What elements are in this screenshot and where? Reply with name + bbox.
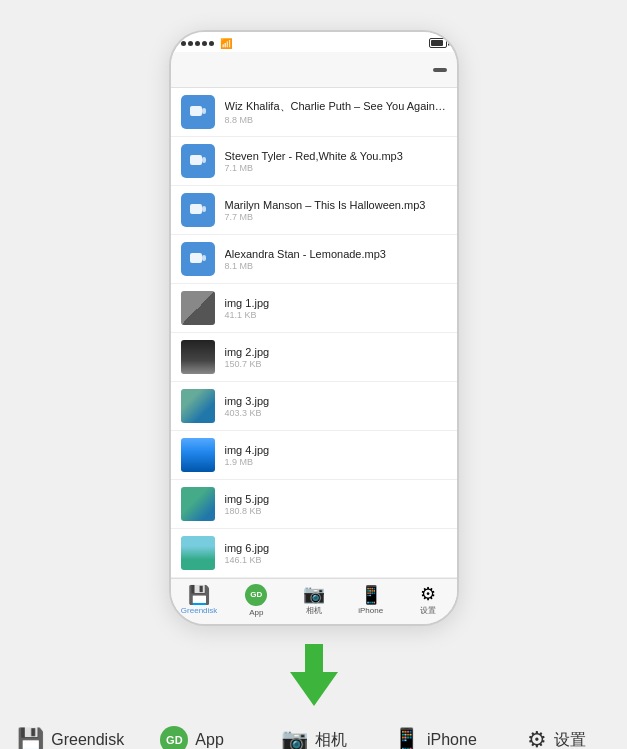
tab-icon: 📱 xyxy=(360,586,382,604)
list-item[interactable]: img 1.jpg 41.1 KB xyxy=(171,284,457,333)
bottom-nav-app[interactable]: GD App xyxy=(131,726,252,749)
file-info: img 1.jpg 41.1 KB xyxy=(225,297,447,320)
nav-bar xyxy=(171,52,457,88)
image-thumbnail xyxy=(181,438,215,472)
audio-icon xyxy=(181,193,215,227)
file-info: img 6.jpg 146.1 KB xyxy=(225,542,447,565)
audio-icon xyxy=(181,144,215,178)
battery-indicator xyxy=(427,38,447,48)
image-thumbnail xyxy=(181,340,215,374)
svg-rect-7 xyxy=(202,255,206,261)
bottom-nav-label: Greendisk xyxy=(51,731,124,749)
file-list: Wiz Khalifa、Charlie Puth – See You Again… xyxy=(171,88,457,578)
file-name: img 4.jpg xyxy=(225,444,447,456)
list-item[interactable]: Steven Tyler - Red,White & You.mp3 7.1 M… xyxy=(171,137,457,186)
tab-icon: 💾 xyxy=(188,586,210,604)
file-name: Marilyn Manson – This Is Halloween.mp3 xyxy=(225,199,447,211)
bottom-nav-camera[interactable]: 📷 相机 xyxy=(253,727,374,749)
file-size: 180.8 KB xyxy=(225,506,447,516)
tab-bar: 💾 Greendisk GD App 📷 相机 📱 iPhone ⚙ 设置 xyxy=(171,578,457,624)
bottom-nav-label: 相机 xyxy=(315,730,347,750)
list-item[interactable]: img 3.jpg 403.3 KB xyxy=(171,382,457,431)
file-name: img 2.jpg xyxy=(225,346,447,358)
list-item[interactable]: img 2.jpg 150.7 KB xyxy=(171,333,457,382)
tab-greendisk[interactable]: 💾 Greendisk xyxy=(171,586,228,615)
svg-rect-6 xyxy=(190,253,202,263)
image-thumbnail xyxy=(181,291,215,325)
bottom-nav-greendisk[interactable]: 💾 Greendisk xyxy=(10,727,131,749)
tab-iphone[interactable]: 📱 iPhone xyxy=(342,586,399,615)
file-size: 7.1 MB xyxy=(225,163,447,173)
tab-label: 设置 xyxy=(420,605,436,616)
status-bar: 📶 xyxy=(171,32,457,52)
file-size: 150.7 KB xyxy=(225,359,447,369)
phone-frame: 📶 Wiz Khalifa、Charlie Puth – See You Aga… xyxy=(169,30,459,626)
file-info: Wiz Khalifa、Charlie Puth – See You Again… xyxy=(225,99,447,125)
list-item[interactable]: Alexandra Stan - Lemonade.mp3 8.1 MB xyxy=(171,235,457,284)
file-size: 146.1 KB xyxy=(225,555,447,565)
tab-settings[interactable]: ⚙ 设置 xyxy=(399,585,456,616)
status-bar-left: 📶 xyxy=(181,38,232,49)
bottom-nav: 💾 Greendisk GD App 📷 相机 📱 iPhone ⚙ 设置 xyxy=(0,726,627,749)
file-size: 8.8 MB xyxy=(225,115,447,125)
list-item[interactable]: img 4.jpg 1.9 MB xyxy=(171,431,457,480)
file-size: 1.9 MB xyxy=(225,457,447,467)
file-size: 41.1 KB xyxy=(225,310,447,320)
more-button[interactable] xyxy=(433,68,447,72)
tab-label: iPhone xyxy=(358,606,383,615)
svg-rect-5 xyxy=(202,206,206,212)
bottom-nav-iphone[interactable]: 📱 iPhone xyxy=(374,727,495,749)
list-item[interactable]: Marilyn Manson – This Is Halloween.mp3 7… xyxy=(171,186,457,235)
svg-rect-4 xyxy=(190,204,202,214)
svg-rect-2 xyxy=(190,155,202,165)
wifi-icon: 📶 xyxy=(220,38,232,49)
file-info: img 4.jpg 1.9 MB xyxy=(225,444,447,467)
file-info: img 5.jpg 180.8 KB xyxy=(225,493,447,516)
bottom-nav-icon: 💾 xyxy=(17,727,44,749)
audio-icon xyxy=(181,242,215,276)
svg-rect-3 xyxy=(202,157,206,163)
tab-icon: GD xyxy=(245,584,267,606)
file-name: img 6.jpg xyxy=(225,542,447,554)
file-name: img 3.jpg xyxy=(225,395,447,407)
file-size: 7.7 MB xyxy=(225,212,447,222)
signal-dots xyxy=(181,41,214,46)
file-info: img 2.jpg 150.7 KB xyxy=(225,346,447,369)
tab-icon: 📷 xyxy=(303,585,325,603)
file-size: 403.3 KB xyxy=(225,408,447,418)
file-info: Alexandra Stan - Lemonade.mp3 8.1 MB xyxy=(225,248,447,271)
file-name: Wiz Khalifa、Charlie Puth – See You Again… xyxy=(225,99,447,114)
file-info: Steven Tyler - Red,White & You.mp3 7.1 M… xyxy=(225,150,447,173)
list-item[interactable]: img 6.jpg 146.1 KB xyxy=(171,529,457,578)
bottom-nav-icon: 📱 xyxy=(393,727,420,749)
list-item[interactable]: Wiz Khalifa、Charlie Puth – See You Again… xyxy=(171,88,457,137)
file-info: Marilyn Manson – This Is Halloween.mp3 7… xyxy=(225,199,447,222)
tab-camera[interactable]: 📷 相机 xyxy=(285,585,342,616)
bottom-nav-icon: 📷 xyxy=(281,727,308,749)
image-thumbnail xyxy=(181,536,215,570)
tab-label: 相机 xyxy=(306,605,322,616)
file-info: img 3.jpg 403.3 KB xyxy=(225,395,447,418)
bottom-nav-icon: ⚙ xyxy=(527,727,547,749)
tab-icon: ⚙ xyxy=(420,585,436,603)
bottom-nav-settings[interactable]: ⚙ 设置 xyxy=(496,727,617,749)
bottom-nav-label: App xyxy=(195,731,223,749)
bottom-nav-label: iPhone xyxy=(427,731,477,749)
svg-rect-0 xyxy=(190,106,202,116)
svg-rect-1 xyxy=(202,108,206,114)
tab-label: Greendisk xyxy=(181,606,217,615)
battery-icon xyxy=(429,38,447,48)
file-name: img 1.jpg xyxy=(225,297,447,309)
file-name: img 5.jpg xyxy=(225,493,447,505)
image-thumbnail xyxy=(181,389,215,423)
file-name: Alexandra Stan - Lemonade.mp3 xyxy=(225,248,447,260)
list-item[interactable]: img 5.jpg 180.8 KB xyxy=(171,480,457,529)
tab-label: App xyxy=(249,608,263,617)
file-size: 8.1 MB xyxy=(225,261,447,271)
file-name: Steven Tyler - Red,White & You.mp3 xyxy=(225,150,447,162)
tab-app[interactable]: GD App xyxy=(228,584,285,617)
greendisk-app-icon: GD xyxy=(160,726,188,749)
image-thumbnail xyxy=(181,487,215,521)
bottom-nav-label: 设置 xyxy=(554,730,586,750)
audio-icon xyxy=(181,95,215,129)
